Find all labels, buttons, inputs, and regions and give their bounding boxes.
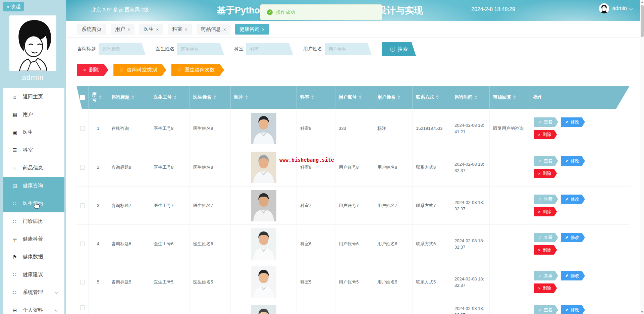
sidebar-item-users[interactable]: ▦用户 bbox=[3, 106, 64, 123]
close-icon[interactable]: × bbox=[262, 27, 265, 32]
cell-ops: ✓查看修改×删除 bbox=[530, 263, 630, 301]
edit-button[interactable]: 修改 bbox=[561, 195, 585, 204]
caret-down-icon bbox=[311, 98, 314, 99]
edit-button[interactable]: 修改 bbox=[561, 156, 585, 166]
check-icon: ✓ bbox=[538, 120, 542, 125]
column-header-account[interactable]: 用户账号 bbox=[335, 86, 374, 109]
edit-button[interactable]: 修改 bbox=[561, 271, 585, 280]
search-button[interactable]: ✓搜索 bbox=[382, 42, 416, 56]
sidebar-item-health-consult[interactable]: ▤健康咨询 bbox=[3, 177, 64, 195]
vertical-scrollbar[interactable] bbox=[640, 0, 644, 314]
user-dropdown[interactable]: admin bbox=[599, 3, 633, 13]
doctor-name-label: 医生姓名 bbox=[156, 46, 174, 52]
row-checkbox[interactable] bbox=[80, 203, 85, 208]
close-icon[interactable]: × bbox=[223, 27, 226, 32]
column-header-doctor_name[interactable]: 医生姓名 bbox=[190, 86, 231, 109]
sidebar-item-home[interactable]: ⌂返回主页 bbox=[3, 88, 64, 106]
sort-carets-icon[interactable] bbox=[99, 95, 102, 99]
sidebar-item-system-manage[interactable]: ∷系统管理 bbox=[3, 283, 64, 301]
sort-carets-icon[interactable] bbox=[475, 95, 477, 99]
sort-carets-icon[interactable] bbox=[436, 95, 439, 99]
collapse-sidebar-button[interactable]: « 收起 bbox=[3, 2, 24, 11]
column-header-reply[interactable]: 审核回复 bbox=[490, 86, 530, 109]
sidebar-item-health-data[interactable]: ⚑健康数据 bbox=[3, 248, 64, 266]
sort-carets-icon[interactable] bbox=[131, 95, 134, 99]
row-checkbox[interactable] bbox=[80, 242, 85, 246]
view-button[interactable]: ✓查看 bbox=[534, 195, 558, 204]
sidebar-item-outpatient-record[interactable]: ∷门诊病历 bbox=[3, 212, 64, 230]
row-checkbox[interactable] bbox=[80, 280, 85, 284]
table-row: 5咨询标题5医生工号5医生姓名5科室5用户账号5用户姓名5联系方式52024-0… bbox=[76, 263, 630, 301]
column-header-doctor_id[interactable]: 医生工号 bbox=[150, 86, 190, 109]
delete-button[interactable]: ×删除 bbox=[534, 169, 557, 178]
view-button[interactable]: ✓查看 bbox=[534, 305, 558, 314]
sidebar-item-doctor-appointment[interactable]: ∷医生预约 bbox=[3, 195, 64, 212]
edit-button[interactable]: 修改 bbox=[561, 305, 585, 314]
edit-button[interactable]: 修改 bbox=[561, 117, 585, 127]
sort-carets-icon[interactable] bbox=[174, 95, 176, 99]
column-header-photo[interactable]: 照片 bbox=[231, 86, 297, 109]
row-checkbox[interactable] bbox=[80, 165, 85, 170]
department-input[interactable] bbox=[246, 43, 293, 55]
delete-button[interactable]: ×删除 bbox=[534, 283, 557, 293]
department-label: 科室 bbox=[234, 46, 244, 52]
edit-button[interactable]: 修改 bbox=[561, 233, 585, 242]
sidebar-item-department[interactable]: ☰科室 bbox=[3, 141, 64, 159]
close-icon[interactable]: × bbox=[127, 27, 130, 32]
delete-button[interactable]: ×删除 bbox=[534, 245, 557, 255]
close-icon[interactable]: × bbox=[156, 27, 159, 32]
column-header-user_name[interactable]: 用户姓名 bbox=[374, 86, 413, 109]
sidebar-item-health-science[interactable]: ╤健康科普 bbox=[3, 230, 64, 248]
delete-label: 删除 bbox=[89, 67, 99, 73]
sidebar-item-medicine-info[interactable]: ∷药品信息 bbox=[3, 159, 64, 177]
tab-医生[interactable]: 医生× bbox=[139, 24, 163, 35]
user-name-input[interactable] bbox=[325, 43, 372, 55]
consult-title-input[interactable] bbox=[99, 43, 146, 55]
scroll-down-button[interactable] bbox=[640, 310, 644, 314]
cell-photo bbox=[231, 301, 297, 314]
sidebar-item-health-advice[interactable]: ∷健康建议 bbox=[3, 266, 64, 283]
cell-check bbox=[76, 301, 89, 314]
view-button[interactable]: ✓查看 bbox=[534, 233, 558, 242]
cell-title: 咨询标题5 bbox=[108, 263, 150, 301]
delete-button[interactable]: ×删除 bbox=[534, 207, 557, 216]
column-header-dept[interactable]: 科室 bbox=[297, 86, 335, 109]
cell-title: 咨询标题8 bbox=[108, 148, 150, 186]
sort-carets-icon[interactable] bbox=[397, 95, 400, 99]
sort-carets-icon[interactable] bbox=[311, 95, 314, 99]
scroll-up-button[interactable] bbox=[640, 0, 644, 4]
doctor-name-input[interactable] bbox=[177, 43, 224, 55]
doctor-consult-count-button[interactable]: ♡医生咨询次数 bbox=[171, 64, 224, 76]
column-header-title[interactable]: 咨询标题 bbox=[108, 86, 150, 109]
row-checkbox[interactable] bbox=[80, 126, 85, 131]
sidebar-item-doctor[interactable]: ▣医生 bbox=[3, 123, 64, 141]
column-header-num[interactable]: 序号 bbox=[89, 86, 108, 109]
grid-dots-icon: ∷ bbox=[12, 218, 18, 224]
sort-carets-icon[interactable] bbox=[245, 95, 248, 99]
tab-药品信息[interactable]: 药品信息× bbox=[197, 24, 230, 35]
view-button[interactable]: ✓查看 bbox=[534, 271, 558, 280]
sort-carets-icon[interactable] bbox=[513, 95, 516, 99]
select-all-checkbox[interactable] bbox=[80, 95, 85, 100]
column-header-time[interactable]: 咨询时间 bbox=[451, 86, 490, 109]
delete-button[interactable]: ×删除 bbox=[77, 64, 108, 76]
sort-carets-icon[interactable] bbox=[359, 95, 362, 99]
delete-button[interactable]: ×删除 bbox=[534, 130, 557, 139]
tab-用户[interactable]: 用户× bbox=[111, 24, 135, 35]
doctor-photo-4 bbox=[251, 305, 276, 314]
column-header-contact[interactable]: 联系方式 bbox=[413, 86, 451, 109]
row-checkbox[interactable] bbox=[80, 305, 85, 310]
sidebar-item-profile[interactable]: ⊟个人资料 bbox=[3, 301, 64, 314]
column-header-check[interactable] bbox=[76, 86, 89, 109]
doctor-photo-8 bbox=[251, 113, 276, 144]
tab-系统首页[interactable]: 系统首页 bbox=[77, 24, 106, 35]
close-icon[interactable]: × bbox=[184, 27, 187, 32]
tab-科室[interactable]: 科室× bbox=[168, 24, 192, 35]
sort-carets-icon[interactable] bbox=[213, 95, 216, 99]
view-button[interactable]: ✓查看 bbox=[534, 117, 558, 127]
scrollbar-thumb[interactable] bbox=[641, 5, 644, 37]
consult-dept-category-button[interactable]: ♡咨询科室类别 bbox=[113, 64, 166, 76]
view-button[interactable]: ✓查看 bbox=[534, 156, 558, 166]
row-actions: ✓查看修改×删除 bbox=[533, 117, 606, 139]
tab-健康咨询[interactable]: 健康咨询× bbox=[235, 24, 269, 35]
